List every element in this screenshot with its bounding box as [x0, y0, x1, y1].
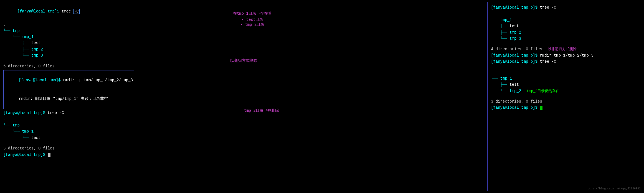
- final-prompt-left: [fanya@local tmp]$: [3, 152, 224, 158]
- tree-test-1: ├── test: [3, 40, 224, 46]
- top-section: [fanya@local tmp]$ tree -C ➔ 加 -C 参数 自动显…: [3, 2, 224, 21]
- r-rmdir-cmd: [fanya@local tmp_b]$ rmdir tmp_1/tmp_2/t…: [491, 52, 638, 59]
- dot-line-1: .: [3, 21, 224, 27]
- r-tmp2-annotation-row: └── tmp_2 tmp_2目录仍然存在: [491, 88, 638, 94]
- note-title: 在tmp_1目录下存在着: [233, 11, 272, 16]
- r-tmp1-b: └── tmp_1: [491, 75, 638, 82]
- arrow-right-icon: ➔: [83, 9, 86, 15]
- rmdir-error: rmdir: 删除目录 "tmp/tmp_1" 失败：目录非空: [5, 90, 133, 108]
- note-tmp2-deleted: tmp_2目录已被删除: [244, 108, 279, 113]
- r-dot-2: .: [491, 65, 638, 71]
- r-test: ├── test: [491, 23, 638, 29]
- r-annotation-still-exists: tmp_2目录仍然存在: [527, 88, 559, 93]
- note-deleted-text: tmp_2目录已被删除: [244, 108, 279, 113]
- r-test-b: ├── test: [491, 82, 638, 88]
- r-tree-cmd-2: [fanya@local tmp_b]$ tree -C: [491, 59, 638, 65]
- rmdir-box: [fanya@local tmp]$ rmdir -p tmp/tmp_1/tm…: [3, 70, 134, 109]
- r-tmp2: ├── tmp_2: [491, 29, 638, 35]
- dir-count-1: 5 directories, 0 files: [3, 63, 224, 69]
- note-recursive: 以递归方式删除: [230, 58, 257, 63]
- note-items: - test目录 - tmp_2目录: [233, 17, 272, 27]
- cmd-1: tree: [59, 9, 73, 14]
- r-tmp3: └── tmp_3: [491, 35, 638, 42]
- cursor-right: [540, 106, 542, 110]
- r-final-prompt: [fanya@local tmp_b]$: [491, 105, 638, 111]
- tree-tmp: └── tmp: [3, 28, 224, 34]
- r-tmp1: └── tmp_1: [491, 17, 638, 23]
- tree-cmd-2: [fanya@local tmp]$ tree -C: [3, 110, 224, 116]
- first-command-line: [fanya@local tmp]$ tree -C: [3, 2, 80, 21]
- r-annotation-nonrecursive: 以非递归方式删除: [548, 47, 577, 52]
- right-panel: [fanya@local tmp_b]$ tree -C . └── tmp_1…: [487, 2, 642, 191]
- footer: https://blog.csdn.net/qq_52126882: [586, 187, 641, 190]
- note-tmp1-contents: 在tmp_1目录下存在着 - test目录 - tmp_2目录: [233, 11, 272, 27]
- tree-tmp1-b: └── tmp_1: [3, 128, 224, 134]
- r-count-annotation-row: 4 directories, 0 files 以非递归方式删除: [491, 46, 638, 52]
- tree-tmp-b: └── tmp: [3, 122, 224, 128]
- r-dir-count-1: 4 directories, 0 files: [491, 46, 542, 52]
- r-dir-count-2: 3 directories, 0 files: [491, 98, 638, 105]
- arrow-annotation: 加 -C 参数 自动显示颜色: [89, 9, 136, 14]
- dir-count-2: 3 directories, 0 files: [3, 145, 224, 151]
- tree-tmp2: ├── tmp_2: [3, 46, 224, 52]
- note-recursive-text: 以递归方式删除: [230, 59, 257, 63]
- dot-line-2: .: [3, 116, 224, 122]
- left-panel: [fanya@local tmp]$ tree -C ➔ 加 -C 参数 自动显…: [0, 0, 227, 193]
- r-tmp2-b: └── tmp_2: [491, 88, 521, 94]
- r-dot-1: .: [491, 11, 638, 17]
- rmdir-cmd: [fanya@local tmp]$ rmdir -p tmp/tmp_1/tm…: [5, 71, 133, 90]
- tree-tmp1: └── tmp_1: [3, 34, 224, 40]
- r-tree-cmd-1: [fanya@local tmp_b]$ tree -C: [491, 4, 638, 11]
- tree-tmp3: └── tmp_3: [3, 52, 224, 59]
- prompt-1: [fanya@local tmp]$: [17, 9, 59, 14]
- cmd-boxed: -C: [73, 9, 80, 14]
- annotation-area: 在tmp_1目录下存在着 - test目录 - tmp_2目录 以递归方式删除 …: [227, 0, 485, 193]
- cursor-left: [48, 153, 50, 157]
- tree-test-2: └── test: [3, 135, 224, 141]
